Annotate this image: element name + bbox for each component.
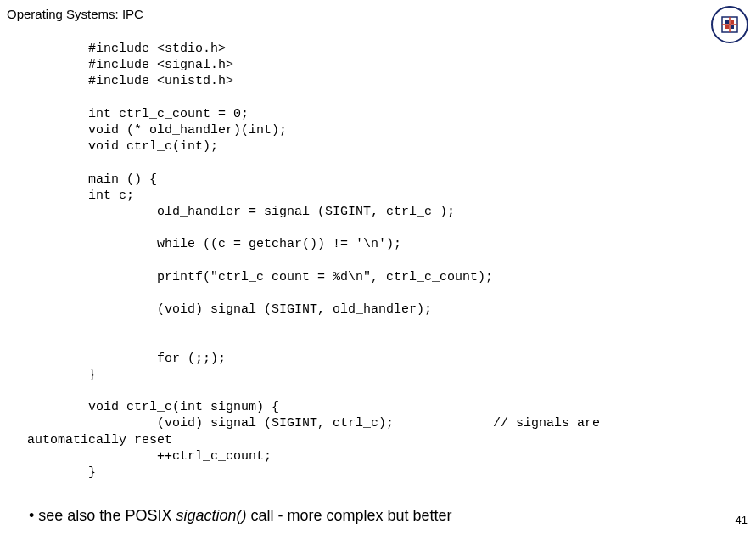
code-line: printf("ctrl_c count = %d\n", ctrl_c_cou…	[27, 270, 493, 284]
footer-text-italic: sigaction()	[176, 507, 246, 524]
slide-title: Operating Systems: IPC	[7, 7, 143, 21]
footer-text-prefix: see also the POSIX	[38, 507, 176, 524]
code-line: #include <unistd.h>	[27, 74, 233, 88]
code-line: while ((c = getchar()) != '\n');	[27, 237, 401, 251]
svg-rect-5	[725, 20, 729, 24]
svg-rect-6	[731, 20, 734, 24]
code-line: (void) signal (SIGINT, old_handler);	[27, 302, 432, 317]
code-line: #include <stdio.h>	[27, 42, 226, 56]
code-line: void (* old_handler)(int);	[27, 123, 287, 138]
code-line: main () {	[27, 172, 157, 187]
code-line: for (;;);	[27, 352, 226, 366]
svg-rect-7	[725, 25, 729, 29]
code-line: void ctrl_c(int);	[27, 139, 218, 154]
code-line: automatically reset	[27, 433, 172, 448]
code-line: (void) signal (SIGINT, ctrl_c); // signa…	[27, 416, 600, 431]
code-line: int ctrl_c_count = 0;	[27, 107, 249, 121]
university-crest-icon	[710, 5, 749, 44]
slide-header: Operating Systems: IPC	[7, 7, 143, 21]
bullet-icon: •	[29, 507, 34, 524]
code-line: void ctrl_c(int signum) {	[27, 400, 279, 414]
code-line: }	[27, 368, 96, 382]
code-line: ++ctrl_c_count;	[27, 449, 272, 464]
page-number: 41	[736, 514, 748, 527]
footer-bullet: • see also the POSIX sigaction() call - …	[29, 507, 452, 525]
code-listing: #include <stdio.h> #include <signal.h> #…	[27, 41, 739, 481]
code-line: old_handler = signal (SIGINT, ctrl_c );	[27, 205, 455, 219]
code-line: #include <signal.h>	[27, 58, 233, 72]
code-line: int c;	[27, 189, 134, 203]
svg-rect-8	[731, 25, 734, 29]
code-line: }	[27, 465, 96, 480]
footer-text-suffix: call - more complex but better	[246, 507, 451, 524]
